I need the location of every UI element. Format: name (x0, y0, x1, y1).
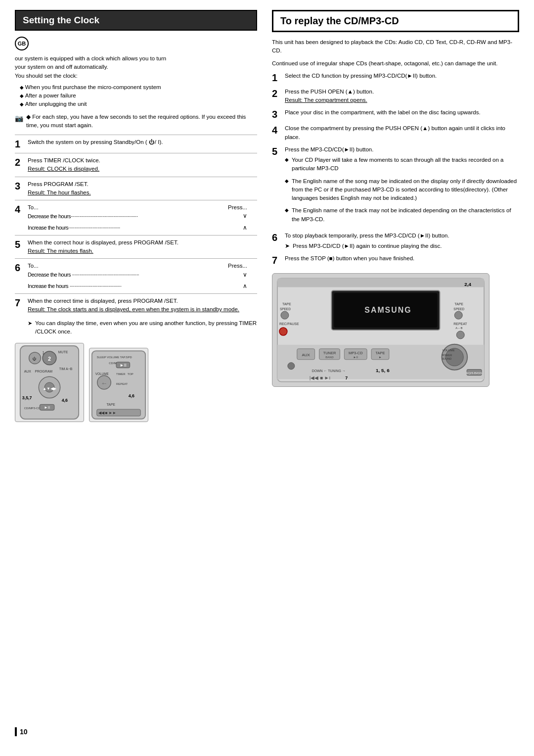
bullet-item-1: When you first purchase the micro-compon… (20, 83, 257, 92)
right-step-3-content: Place your disc in the compartment, with… (285, 108, 519, 117)
svg-text:►: ► (379, 356, 382, 359)
svg-text:4,6: 4,6 (62, 398, 68, 403)
svg-point-49 (279, 328, 287, 335)
svg-rect-34 (277, 279, 484, 287)
svg-text:⏻: ⏻ (33, 357, 37, 361)
right-step-5: 5 Press the MP3-CD/CD(►II) button. Your … (272, 145, 519, 228)
page-number: 10 (20, 728, 28, 736)
step-6: 6 To... Press... Decrease the hours ····… (15, 262, 257, 290)
step-4-table: To... Press... Decrease the hours·······… (28, 203, 257, 232)
svg-text:TIM A~B: TIM A~B (59, 367, 73, 371)
step-2: 2 Press TIMER /CLOCK twice. Result: CLOC… (15, 156, 257, 174)
right-step-2: 2 Press the PUSH OPEN (▲) button. Result… (272, 88, 519, 105)
divider-1 (15, 135, 257, 135)
samsung-device-svg: 2,4 SAMSUNG TAPE SPEED TAPE SPEED REPEAT (272, 273, 489, 387)
page: Setting the Clock GB our system is equip… (0, 0, 534, 756)
svg-text:SAMSUNG: SAMSUNG (364, 306, 411, 314)
svg-text:+−: +− (102, 381, 107, 386)
table-cell: Decrease the hours······················… (28, 212, 209, 220)
device-svg-left: ⏻ 2 1 MUTE AUX PROGRAM TIM A~B (15, 343, 84, 422)
svg-text:REC/PAUSE: REC/PAUSE (279, 322, 299, 326)
svg-point-47 (456, 331, 464, 339)
table-cell: To... (28, 203, 209, 212)
right-step-6-sub: ➤ Press MP3-CD/CD (►II) again to continu… (285, 242, 519, 250)
device-image-left: ⏻ 2 1 MUTE AUX PROGRAM TIM A~B (15, 343, 84, 422)
step-2-content: Press TIMER /CLOCK twice. Result: CLOCK … (28, 156, 257, 174)
right-step-4: 4 Close the compartment by pressing the … (272, 124, 519, 142)
step-3-content: Press PROGRAM /SET. Result: The hour fla… (28, 180, 257, 197)
svg-text:TAPE: TAPE (282, 302, 291, 306)
two-column-layout: Setting the Clock GB our system is equip… (15, 10, 519, 717)
bullet-item-3: After unplugging the unit (20, 100, 257, 108)
device-svg-mid: SLEEP VOLUME TAP.SPD CD/MP3-CD ►II VOLUM… (89, 348, 148, 422)
right-step-4-content: Close the compartment by pressing the PU… (285, 124, 519, 142)
svg-text:MP3-CD: MP3-CD (349, 351, 363, 355)
svg-text:TAPE: TAPE (106, 403, 115, 406)
table-cell: ∧ (210, 282, 257, 290)
svg-text:BAND: BAND (325, 356, 334, 359)
right-column: To replay the CD/MP3-CD This unit has be… (272, 10, 519, 717)
step-6-table: To... Press... Decrease the hours ······… (28, 262, 257, 290)
right-step-3: 3 Place your disc in the compartment, wi… (272, 108, 519, 120)
bullet-item-2: After a power failure (20, 92, 257, 100)
right-step-1-content: Select the CD function by pressing MP3-C… (285, 72, 519, 80)
step-1: 1 Switch the system on by pressing Stand… (15, 138, 257, 150)
table-cell: Increase the hours······················… (28, 224, 209, 232)
device-images-row: ⏻ 2 1 MUTE AUX PROGRAM TIM A~B (15, 343, 257, 422)
table-cell: ∧ (209, 224, 257, 232)
svg-text:A – B: A – B (455, 327, 462, 330)
svg-text:EQ/S.BASS: EQ/S.BASS (466, 372, 482, 375)
step-5: 5 When the correct hour is displayed, pr… (15, 238, 257, 256)
right-device-image: 2,4 SAMSUNG TAPE SPEED TAPE SPEED REPEAT (272, 273, 490, 387)
right-step-6-content: To stop playback temporarily, press the … (285, 232, 519, 251)
divider-4 (15, 200, 257, 200)
table-row: Decrease the hours ·····················… (28, 271, 257, 279)
svg-text:2: 2 (48, 356, 51, 362)
svg-point-72 (288, 363, 295, 370)
divider-2 (15, 153, 257, 153)
svg-text:PROGRAM: PROGRAM (35, 370, 52, 373)
table-row: Decrease the hours······················… (28, 212, 257, 220)
note-icon: 📷 (15, 113, 23, 124)
note-box: 📷 ◆ For each step, you have a few second… (15, 113, 257, 130)
note-text: ◆ For each step, you have a few seconds … (26, 113, 257, 130)
left-header-title: Setting the Clock (23, 15, 99, 25)
table-cell: To... (28, 262, 210, 270)
svg-text:TOP: TOP (128, 373, 134, 376)
bullet-list: When you first purchase the micro-compon… (20, 83, 257, 109)
footer-note: You can display the time, even when you … (28, 319, 257, 336)
divider-3 (15, 177, 257, 177)
right-note-5c: The English name of the track may not be… (285, 206, 519, 224)
right-step-5-content: Press the MP3-CD/CD(►II) button. Your CD… (285, 145, 519, 228)
svg-text:AUX: AUX (302, 353, 311, 357)
svg-text:CD/MP3-CD: CD/MP3-CD (24, 407, 41, 410)
table-cell: ∨ (209, 212, 257, 220)
right-intro-1: This unit has been designed to playback … (272, 38, 519, 55)
svg-text:4,6: 4,6 (129, 393, 134, 398)
intro-line-1: our system is equipped with a clock whic… (15, 54, 257, 80)
divider-5 (15, 235, 257, 236)
right-step-1: 1 Select the CD function by pressing MP3… (272, 72, 519, 84)
step-6-content: To... Press... Decrease the hours ······… (28, 262, 257, 290)
svg-text:DOWN ← TUNING →: DOWN ← TUNING → (312, 369, 346, 373)
step-4-content: To... Press... Decrease the hours·······… (28, 203, 257, 232)
svg-text:TUNER: TUNER (323, 351, 336, 355)
step-3: 3 Press PROGRAM /SET. Result: The hour f… (15, 180, 257, 197)
table-cell: Decrease the hours ·····················… (28, 271, 210, 279)
svg-text:TIMER: TIMER (116, 373, 125, 376)
left-section-header: Setting the Clock (15, 10, 257, 31)
step-7: 7 When the correct time is displayed, pr… (15, 297, 257, 314)
svg-text:►II: ►II (354, 356, 358, 359)
table-cell: Press... (210, 262, 257, 270)
svg-text:7: 7 (345, 376, 348, 380)
right-step-7-content: Press the STOP (■) button when you have … (285, 254, 519, 263)
svg-text:►II: ►II (44, 405, 50, 410)
svg-point-41 (281, 311, 289, 319)
right-intro-2: Continued use of irregular shape CDs (he… (272, 59, 519, 68)
gb-badge: GB (15, 37, 29, 50)
device-image-mid: SLEEP VOLUME TAP.SPD CD/MP3-CD ►II VOLUM… (89, 348, 148, 422)
svg-text:AUX: AUX (24, 370, 32, 373)
svg-text:SLEEP VOLUME TAP.SPD: SLEEP VOLUME TAP.SPD (97, 356, 132, 359)
page-number-container: 10 (15, 727, 519, 736)
svg-text:MUTE: MUTE (58, 350, 68, 354)
